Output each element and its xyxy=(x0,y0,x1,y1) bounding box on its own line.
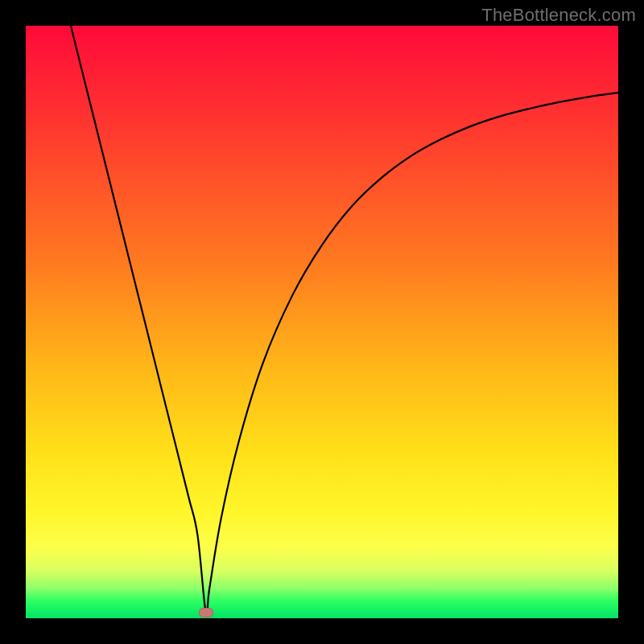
minimum-marker xyxy=(199,608,213,617)
watermark-text: TheBottleneck.com xyxy=(481,5,636,26)
chart-frame: TheBottleneck.com xyxy=(0,0,644,644)
plot-area xyxy=(26,26,618,618)
curve-svg xyxy=(26,26,618,618)
bottleneck-curve xyxy=(71,26,618,616)
